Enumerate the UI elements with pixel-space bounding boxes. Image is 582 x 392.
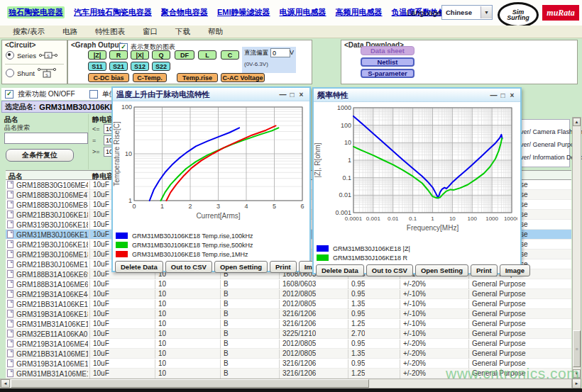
download-s-parameter-button[interactable]: S-parameter <box>361 69 414 78</box>
v-cell: 10 <box>155 320 166 329</box>
frequency-window-titlebar[interactable]: 频率特性 — □ × <box>314 89 520 102</box>
out-to-csv-button[interactable]: Out to CSV <box>165 261 212 273</box>
cap-cell: 10uF <box>89 260 109 269</box>
scroll-up-button[interactable]: ▲ <box>573 118 581 126</box>
open-setting-button[interactable]: Open Setting <box>214 261 268 273</box>
nav-link[interactable]: EMI静噪滤波器 <box>217 7 270 18</box>
print-button[interactable]: Print <box>471 264 498 276</box>
temp-rise-window-titlebar[interactable]: 温度上升由于脉动电流特性 — □ × <box>113 88 309 101</box>
graph-button-df[interactable]: DF <box>175 50 194 60</box>
vertical-scrollbar-thumb[interactable]: ≡ <box>573 330 581 367</box>
document-icon <box>7 270 13 278</box>
table-row[interactable]: GRM31MB31A106ME1810uF10B3216/12061.25+/-… <box>6 369 571 379</box>
table-row[interactable]: GRM21BB31A106ME1810uF10B2012/08051.35+/-… <box>6 349 571 359</box>
table-row[interactable]: GRM188B31A106ME6910uF10B1608/06030.95+/-… <box>6 279 571 289</box>
vertical-scrollbar[interactable]: ▲ ≡ ▼ <box>572 117 581 379</box>
graph-button-q[interactable]: Q <box>152 50 170 60</box>
chevron-down-icon[interactable]: ▼ <box>481 6 492 18</box>
graph-button-s11[interactable]: S11 <box>88 62 106 71</box>
minimize-icon[interactable]: — <box>489 91 498 99</box>
language-value: Chinese <box>442 9 481 16</box>
language-select[interactable]: Chinese ▼ <box>441 5 493 20</box>
graph-button-l[interactable]: L <box>198 50 216 60</box>
graph-button-temp-rise[interactable]: Temp.rise <box>177 73 218 82</box>
table-row[interactable]: GRM32EB11A106KA0110uF10B3225/12102.70+/-… <box>6 329 571 339</box>
svg-text:Current[Arms]: Current[Arms] <box>196 212 240 220</box>
menu-item[interactable]: 帮助 <box>208 27 223 37</box>
graph-button-c-dc-bias[interactable]: C-DC bias <box>88 73 129 82</box>
part-name-search-input[interactable] <box>4 133 88 144</box>
menu-item[interactable]: 搜索/表示 <box>13 27 45 37</box>
close-icon[interactable]: × <box>297 91 306 99</box>
part-name-cell: GRM188B31A106KE69 <box>7 270 88 279</box>
v-cell: 10 <box>155 369 166 379</box>
maximize-icon[interactable]: □ <box>287 91 297 99</box>
graph-button-c-temp-[interactable]: C-Temp. <box>133 73 167 82</box>
part-name-cell: GRM219B30J106ME18 <box>7 250 88 259</box>
cap-cell: 10uF <box>89 369 109 379</box>
table-row[interactable]: GRM319B31A106KE1810uF10B3216/12060.95+/-… <box>6 309 571 319</box>
menu-item[interactable]: 下载 <box>175 27 190 37</box>
table-row[interactable]: GRM319B31A106ME1810uF10B3216/12060.95+/-… <box>6 359 571 369</box>
image-button[interactable]: Image <box>500 264 530 276</box>
graph-button--x-[interactable]: |X| <box>131 50 149 60</box>
scroll-down-button[interactable]: ▼ <box>573 369 581 378</box>
circuit-panel: <Circuit> Series S Shunt <box>1 40 67 84</box>
unit-checkbox[interactable] <box>89 90 98 99</box>
nav-link[interactable]: 汽车用独石陶瓷电容器 <box>74 7 152 18</box>
delete-data-button[interactable]: Delete Data <box>316 264 364 276</box>
circuit-shunt-option[interactable]: Shunt S <box>6 67 56 79</box>
minimize-icon[interactable]: — <box>278 91 287 99</box>
reset-filters-button[interactable]: 全条件复位 <box>6 149 74 162</box>
horizontal-scrollbar[interactable]: ◄ <box>0 379 572 388</box>
nav-link[interactable]: 独石陶瓷电容器 <box>7 6 65 18</box>
cap-cell: 10uF <box>89 330 109 339</box>
size-cell: 2012/0805 <box>279 300 316 309</box>
print-button[interactable]: Print <box>270 261 297 273</box>
graph-button-s12[interactable]: S12 <box>131 62 149 71</box>
graph-button-c[interactable]: C <box>221 50 239 60</box>
menu-item[interactable]: 特性图表 <box>95 27 125 37</box>
horizontal-scrollbar-thumb[interactable] <box>11 379 369 388</box>
svg-text:0.01: 0.01 <box>388 215 399 222</box>
open-setting-button[interactable]: Open Setting <box>415 264 468 276</box>
circuit-series-option[interactable]: Series S <box>6 51 57 60</box>
th-cell: 1.35 <box>348 300 365 309</box>
v-cell: 10 <box>155 290 166 299</box>
scroll-left-button[interactable]: ◄ <box>1 379 10 388</box>
part-name-cell: GRM31MB30J106KE18 <box>7 230 88 239</box>
nav-link[interactable]: 高频用电感器 <box>336 7 383 18</box>
graph-button-c-ac-voltage[interactable]: C-AC Voltage <box>221 73 265 82</box>
menu-item[interactable]: 窗口 <box>143 27 158 37</box>
shunt-radio[interactable] <box>6 69 14 77</box>
graph-output-panel: <Graph Output> ✓ 表示复数的图表 |Z|R|X|QDFLCS11… <box>67 40 312 84</box>
series-radio[interactable] <box>6 51 14 60</box>
graph-button--z-[interactable]: |Z| <box>88 50 106 60</box>
graph-button-s22[interactable]: S22 <box>152 62 170 71</box>
frequency-chart: 0.0010.010.111010010000.00010.0010.010.1… <box>314 102 520 242</box>
delete-data-button[interactable]: Delete Data <box>115 261 163 273</box>
legend-color-swatch <box>317 245 329 252</box>
nav-link[interactable]: 电源用电感器 <box>280 7 326 18</box>
graph-button-r[interactable]: R <box>109 50 128 60</box>
v-cell: 10 <box>155 310 166 319</box>
nav-link[interactable]: 聚合物电容器 <box>161 7 208 18</box>
out-to-csv-button[interactable]: Out to CSV <box>366 264 413 276</box>
dc-bias-input[interactable] <box>270 48 290 57</box>
scroll-right-button[interactable]: ► <box>572 379 581 388</box>
table-row[interactable]: GRM219B31A106KE4410uF10B2012/08050.95+/-… <box>6 289 571 299</box>
tc-cell: B <box>220 359 229 369</box>
shunt-circuit-icon: S <box>38 67 56 79</box>
download-data-sheet-button[interactable]: Data sheet <box>361 46 414 55</box>
menu-item[interactable]: 电路 <box>62 27 77 37</box>
legend-color-swatch <box>116 251 128 257</box>
download-netlist-button[interactable]: Netlist <box>361 57 414 67</box>
table-row[interactable]: GRM31MB31A106KE1810uF10B3216/12061.25+/-… <box>6 319 571 329</box>
search-onoff-checkbox[interactable]: ✓ <box>5 90 13 99</box>
table-row[interactable]: GRM219B31A106ME4410uF10B2012/08050.95+/-… <box>6 339 571 349</box>
maximize-icon[interactable]: □ <box>498 91 507 99</box>
v-cell: 10 <box>155 300 166 309</box>
table-row[interactable]: GRM21BB31A106KE1810uF10B2012/08051.35+/-… <box>6 299 571 309</box>
graph-button-s21[interactable]: S21 <box>109 62 128 71</box>
close-icon[interactable]: × <box>507 91 517 99</box>
